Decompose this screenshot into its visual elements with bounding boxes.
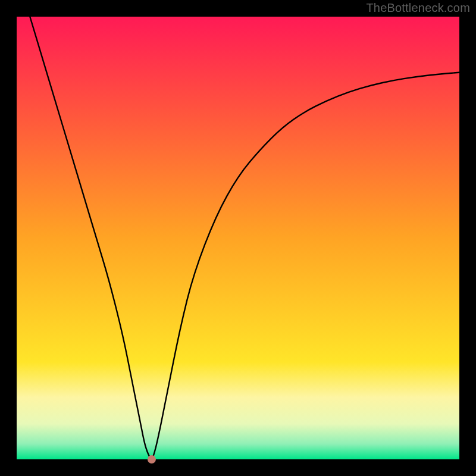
chart-stage: TheBottleneck.com — [0, 0, 476, 476]
minimum-marker — [148, 455, 156, 464]
plot-background — [17, 17, 459, 459]
bottleneck-chart — [0, 0, 476, 476]
watermark-text: TheBottleneck.com — [366, 1, 470, 15]
